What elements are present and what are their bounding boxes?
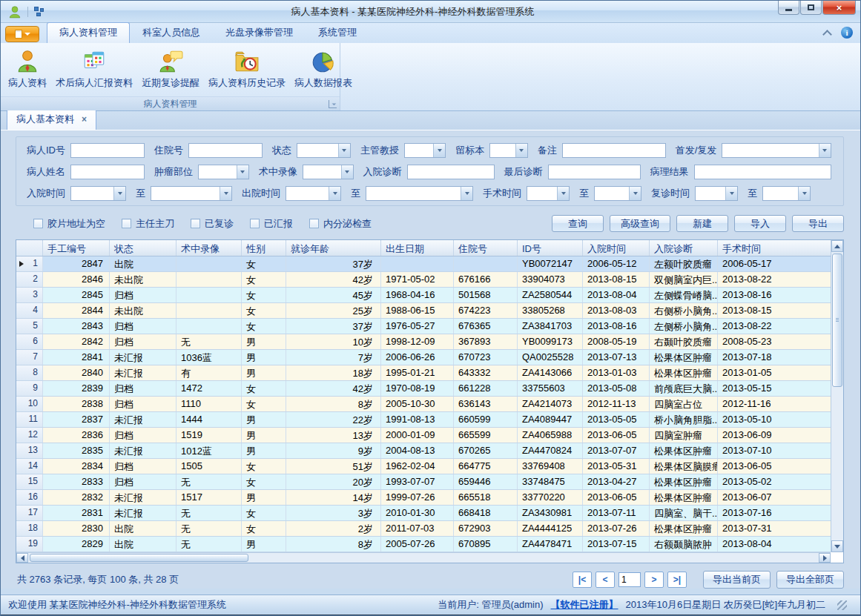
ribbon-tab[interactable]: 系统管理 [306,22,369,43]
row-selector-cell[interactable]: 10 [16,397,43,411]
admit-time-to-combo[interactable] [151,186,232,201]
import-button[interactable]: 导入 [734,215,786,232]
quick-access-layout-icon[interactable] [34,7,44,17]
postop-report-button[interactable]: 术后病人汇报资料 [51,46,137,91]
ribbon-tab[interactable]: 光盘录像带管理 [213,22,306,43]
pathology-result-input[interactable] [694,165,831,179]
first-page-button[interactable]: |< [573,572,592,588]
patient-data-button[interactable]: 病人资料 [4,46,51,91]
surgery-time-to-combo[interactable] [594,186,641,201]
scroll-up-button[interactable] [831,240,843,252]
row-selector-cell[interactable]: 16 [16,490,43,505]
row-selector-cell[interactable]: 11 [16,412,43,427]
specimen-combo[interactable] [489,143,528,158]
table-row[interactable]: 15 2833 归档 无 女 20岁 1993-07-07 659446 337… [16,474,831,490]
chevron-down-icon[interactable] [461,187,472,200]
tab-patient-basic-info[interactable]: 病人基本资料 × [7,109,96,130]
export-button[interactable]: 导出 [792,215,844,232]
export-current-page-button[interactable]: 导出当前页 [703,571,771,589]
horizontal-scrollbar[interactable] [16,552,831,563]
new-button[interactable]: 新建 [676,215,728,232]
row-selector-cell[interactable]: 5 [16,319,43,334]
table-row[interactable]: 16 2832 未汇报 1517 男 14岁 1999-07-26 665518… [16,490,831,506]
header-manual-no[interactable]: 手工编号 [43,240,110,256]
chevron-down-icon[interactable] [237,165,248,179]
checkbox-icon[interactable] [33,219,43,228]
revisit-time-to-combo[interactable] [762,186,811,201]
row-selector-cell[interactable]: 19 [16,537,43,552]
software-registered-link[interactable]: 【软件已注册】 [551,598,618,612]
header-admit-time[interactable]: 入院时间 [583,240,650,256]
status-combo[interactable] [297,143,351,158]
chevron-down-icon[interactable] [819,144,831,157]
advanced-query-button[interactable]: 高级查询 [610,215,670,232]
row-selector-cell[interactable]: 15 [16,474,43,489]
row-selector-cell[interactable]: 9 [16,381,43,396]
header-inpatient-no[interactable]: 住院号 [454,240,518,256]
table-row[interactable]: 5 2843 归档 女 37岁 1976-05-27 676365 ZA3841… [16,319,831,334]
checkbox-icon[interactable] [122,219,131,228]
chevron-down-icon[interactable] [557,187,569,200]
prev-page-button[interactable]: < [596,572,615,588]
row-selector-cell[interactable]: 3 [16,288,43,302]
info-icon[interactable]: i [841,27,853,39]
patient-name-input[interactable] [70,165,145,179]
header-surgery-time[interactable]: 手术时间 [718,240,831,256]
vertical-scroll-thumb[interactable] [832,254,842,387]
table-row[interactable]: 9 2839 归档 1472 女 42岁 1970-08-19 661228 3… [16,381,831,397]
filter-checkbox[interactable]: 内分泌检查 [309,217,372,231]
remark-input[interactable] [562,143,666,158]
header-intraop-video[interactable]: 术中录像 [177,240,242,256]
chevron-down-icon[interactable] [433,144,445,157]
patient-id-input[interactable] [70,143,145,158]
table-row[interactable]: 2 2846 未出院 女 42岁 1971-05-02 676166 33904… [16,272,831,288]
header-id-no[interactable]: ID号 [518,240,583,256]
table-row[interactable]: 11 2837 未汇报 1444 男 22岁 1991-08-13 660599… [16,412,831,428]
first-relapse-combo[interactable] [722,143,831,158]
intraop-video-combo[interactable] [303,165,354,179]
header-age[interactable]: 就诊年龄 [286,240,381,256]
row-selector-cell[interactable]: 8 [16,365,43,380]
tab-close-icon[interactable]: × [82,116,87,123]
query-button[interactable]: 查询 [552,215,604,232]
ribbon-tab[interactable]: 病人资料管理 [47,22,130,43]
chevron-down-icon[interactable] [338,144,350,157]
table-row[interactable]: 1 2847 出院 女 37岁 YB0072147 2006-05-12 左额叶… [16,256,831,272]
row-selector-cell[interactable]: 17 [16,506,43,520]
chevron-down-icon[interactable] [113,187,125,200]
application-menu-button[interactable] [5,26,39,42]
header-admit-diagnosis[interactable]: 入院诊断 [650,240,718,256]
dialog-launcher-icon[interactable] [329,100,337,108]
header-gender[interactable]: 性别 [242,240,286,256]
checkbox-icon[interactable] [191,219,200,228]
chevron-down-icon[interactable] [515,144,527,157]
row-selector-cell[interactable]: 18 [16,521,43,536]
table-row[interactable]: 19 2829 出院 无 男 8岁 2005-07-26 670895 ZA44… [16,537,831,552]
row-selector-cell[interactable]: 7 [16,350,43,365]
professor-combo[interactable] [404,143,446,158]
table-row[interactable]: 4 2844 未出院 女 25岁 1988-06-15 674223 33805… [16,303,831,319]
discharge-time-to-combo[interactable] [366,186,473,201]
resize-grip-icon[interactable] [837,600,847,610]
scroll-left-button[interactable] [16,553,28,563]
row-selector-cell[interactable]: 12 [16,428,43,443]
scroll-down-button[interactable] [831,540,843,552]
filter-checkbox[interactable]: 已汇报 [250,217,293,231]
filter-checkbox[interactable]: 主任主刀 [122,217,174,231]
table-row[interactable]: 8 2840 未汇报 有 男 18岁 1995-01-21 643332 ZA4… [16,365,831,381]
filter-checkbox[interactable]: 胶片地址为空 [33,217,105,231]
maximize-button[interactable] [800,1,822,15]
header-status[interactable]: 状态 [110,240,177,256]
chevron-down-icon[interactable] [629,187,641,200]
surgery-time-from-combo[interactable] [527,186,570,201]
admit-time-from-combo[interactable] [70,186,126,201]
filter-checkbox[interactable]: 已复诊 [191,217,234,231]
last-page-button[interactable]: >| [667,572,687,588]
table-row[interactable]: 3 2845 归档 女 45岁 1968-04-16 501568 ZA2580… [16,288,831,303]
vertical-scrollbar[interactable] [831,240,843,552]
patient-history-button[interactable]: 病人资料历史记录 [204,46,290,91]
table-row[interactable]: 13 2835 未汇报 1012蓝 男 9岁 2004-08-13 670265… [16,443,831,459]
scroll-right-button[interactable] [819,553,831,563]
row-selector-cell[interactable]: 4 [16,303,43,318]
table-row[interactable]: 18 2830 出院 无 女 2岁 2011-07-03 672903 ZA44… [16,521,831,537]
